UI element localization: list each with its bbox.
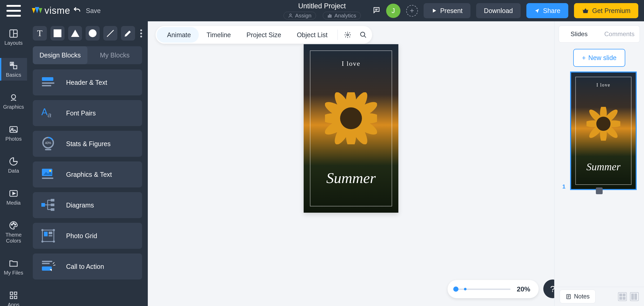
user-avatar[interactable]: J xyxy=(386,4,400,18)
cta-icon xyxy=(39,259,57,274)
photo-grid-icon xyxy=(39,228,57,244)
rail-theme-colors[interactable]: Theme Colors xyxy=(0,218,27,246)
analytics-button[interactable]: Analytics xyxy=(323,12,361,19)
object-list-button[interactable]: Object List xyxy=(289,27,335,43)
svg-point-75 xyxy=(340,107,362,129)
block-diagrams[interactable]: Diagrams xyxy=(33,192,142,218)
project-title[interactable]: Untitled Project xyxy=(283,2,361,10)
circle-tool[interactable] xyxy=(86,26,100,41)
tab-comments[interactable]: Comments xyxy=(599,26,640,42)
slide-thumbnail-1[interactable]: 1 I love Summer xyxy=(561,71,638,190)
triangle-tool[interactable] xyxy=(68,26,82,41)
tab-slides[interactable]: Slides xyxy=(559,26,599,42)
slide-text-2[interactable]: Summer xyxy=(326,169,376,187)
svg-rect-28 xyxy=(42,77,53,81)
svg-marker-20 xyxy=(13,192,15,195)
notes-label: Notes xyxy=(574,293,590,300)
block-font-pairs[interactable]: Aa Font Pairs xyxy=(33,100,142,126)
thumb-sunflower xyxy=(586,107,620,141)
rail-graphics[interactable]: Graphics xyxy=(0,90,27,113)
svg-point-3 xyxy=(290,14,291,16)
logo-text: visme xyxy=(44,5,70,16)
svg-text:40%: 40% xyxy=(45,141,51,145)
svg-rect-15 xyxy=(14,66,17,69)
header-text-icon xyxy=(39,75,57,90)
rail-data[interactable]: Data xyxy=(0,154,27,177)
draw-tool[interactable] xyxy=(121,26,135,41)
svg-rect-6 xyxy=(330,15,331,17)
undo-button[interactable] xyxy=(73,6,81,15)
zoom-value: 20% xyxy=(517,285,530,293)
diagrams-icon xyxy=(39,197,57,213)
block-photo-grid[interactable]: Photo Grid xyxy=(33,223,142,249)
block-header-text[interactable]: Header & Text xyxy=(33,69,142,95)
assign-label: Assign xyxy=(295,12,311,19)
block-graphics-text[interactable]: Graphics & Text xyxy=(33,161,142,187)
text-tool[interactable]: T xyxy=(33,26,47,41)
visme-logo[interactable]: visme xyxy=(31,5,70,16)
block-stats-figures[interactable]: 40% Stats & Figures xyxy=(33,131,142,157)
rail-label: My Files xyxy=(4,270,23,276)
add-collaborator-button[interactable]: + xyxy=(406,5,418,17)
block-label: Font Pairs xyxy=(66,109,96,117)
svg-rect-54 xyxy=(42,266,52,271)
present-label: Present xyxy=(440,7,463,15)
thumb-text-2: Summer xyxy=(586,161,620,173)
analytics-label: Analytics xyxy=(334,12,356,19)
comments-icon[interactable] xyxy=(373,6,380,15)
rail-label: Theme Colors xyxy=(0,232,27,244)
rail-layouts[interactable]: Layouts xyxy=(0,26,27,49)
svg-rect-30 xyxy=(42,85,51,86)
svg-rect-47 xyxy=(49,235,52,236)
block-label: Stats & Figures xyxy=(66,140,111,148)
svg-point-16 xyxy=(11,95,16,99)
tab-my-blocks[interactable]: My Blocks xyxy=(87,46,142,64)
assign-button[interactable]: Assign xyxy=(283,12,316,19)
notes-button[interactable]: Notes xyxy=(560,290,596,303)
hamburger-menu[interactable] xyxy=(7,5,21,17)
sunflower-image xyxy=(325,92,377,144)
more-tools[interactable] xyxy=(140,29,142,37)
zoom-slider[interactable] xyxy=(456,289,511,290)
search-icon[interactable] xyxy=(355,27,371,43)
present-button[interactable]: Present xyxy=(424,3,470,18)
share-button[interactable]: Share xyxy=(526,3,568,18)
rail-media[interactable]: Media xyxy=(0,186,27,209)
new-slide-button[interactable]: + New slide xyxy=(573,49,626,67)
svg-point-38 xyxy=(49,170,51,172)
graphics-text-icon xyxy=(39,167,57,182)
svg-rect-25 xyxy=(14,292,17,295)
timeline-button[interactable]: Timeline xyxy=(199,27,239,43)
grid-view-button[interactable] xyxy=(618,292,627,301)
zoom-control[interactable]: 20% xyxy=(448,280,539,298)
download-button[interactable]: Download xyxy=(476,3,521,18)
rail-my-files[interactable]: My Files xyxy=(0,256,27,278)
svg-rect-41 xyxy=(51,199,54,201)
block-label: Call to Action xyxy=(66,263,104,270)
line-tool[interactable] xyxy=(103,26,117,41)
svg-rect-24 xyxy=(10,292,13,295)
svg-text:A: A xyxy=(41,107,48,117)
save-button[interactable]: Save xyxy=(86,7,101,15)
transition-badge-icon[interactable] xyxy=(596,187,603,194)
zoom-handle[interactable] xyxy=(453,287,458,292)
svg-rect-35 xyxy=(45,149,51,150)
settings-icon[interactable] xyxy=(340,27,355,43)
svg-point-21 xyxy=(11,224,12,225)
canvas-slide[interactable]: I love Summer xyxy=(304,44,398,213)
animate-button[interactable]: Animate xyxy=(157,27,199,43)
slide-text-1[interactable]: I love xyxy=(342,60,360,68)
list-view-button[interactable] xyxy=(630,292,639,301)
stats-icon: 40% xyxy=(39,136,57,152)
rail-basics[interactable]: A Basics xyxy=(0,58,27,81)
project-size-button[interactable]: Project Size xyxy=(239,27,289,43)
rail-photos[interactable]: Photos xyxy=(0,122,27,145)
block-call-to-action[interactable]: Call to Action xyxy=(33,253,142,279)
svg-text:a: a xyxy=(48,111,51,119)
tab-design-blocks[interactable]: Design Blocks xyxy=(33,46,87,64)
get-premium-button[interactable]: Get Premium xyxy=(574,3,638,18)
rectangle-tool[interactable] xyxy=(50,26,65,41)
zoom-stop xyxy=(464,288,467,290)
rail-apps[interactable]: Apps xyxy=(0,288,27,306)
plus-icon: + xyxy=(582,54,586,62)
